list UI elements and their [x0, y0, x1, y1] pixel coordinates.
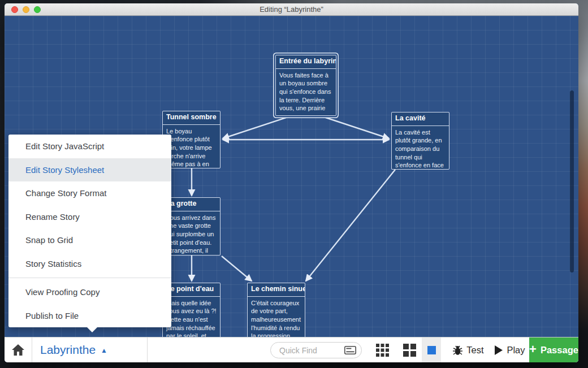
passage-title: La grotte — [163, 198, 220, 211]
passage-excerpt: Le boyau s'enfonce plutôt loin, votre la… — [163, 125, 220, 168]
story-menu-popover: Edit Story JavaScriptEdit Story Styleshe… — [8, 135, 171, 327]
grid-9-icon — [376, 344, 389, 357]
play-icon — [495, 345, 503, 355]
new-passage-label: Passage — [541, 345, 578, 356]
menu-item-change-story-format[interactable]: Change Story Format — [8, 181, 171, 205]
menu-item-snap-to-grid[interactable]: Snap to Grid — [8, 228, 171, 252]
blue-square-icon — [427, 346, 436, 354]
window-titlebar: Editing “Labyrinthe” — [5, 3, 578, 16]
passage-title: La cavité — [392, 112, 449, 126]
close-window-button[interactable] — [11, 6, 18, 13]
passage-excerpt: C'était courageux de votre part, malheur… — [248, 297, 305, 337]
keyboard-icon — [344, 346, 356, 354]
passage-title: Le point d'eau — [163, 283, 220, 297]
passage-card[interactable]: Le chemin sinueuxC'était courageux de vo… — [247, 283, 305, 337]
passage-link-line — [222, 256, 252, 281]
app-window: Editing “Labyrinthe” Entrée du labyrinth… — [5, 3, 578, 362]
menu-item-publish-to-file[interactable]: Publish to File — [8, 304, 171, 328]
passage-excerpt: Vous arrivez dans une vaste grotte qui s… — [163, 211, 220, 256]
passage-card[interactable]: Entrée du labyrintheVous faites face à u… — [275, 55, 336, 116]
passage-title: Le chemin sinueux — [248, 283, 305, 297]
passage-link-line — [306, 170, 395, 281]
passage-link-line — [223, 116, 291, 138]
menu-item-edit-story-stylesheet[interactable]: Edit Story Stylesheet — [8, 158, 171, 182]
menu-item-view-proofing-copy[interactable]: View Proofing Copy — [8, 280, 171, 304]
menu-item-rename-story[interactable]: Rename Story — [8, 205, 171, 229]
menu-tail — [87, 327, 98, 332]
play-button[interactable]: Play — [492, 337, 528, 362]
minimize-window-button[interactable] — [23, 6, 29, 13]
home-button[interactable] — [5, 337, 32, 362]
zoom-window-button[interactable] — [34, 6, 41, 13]
home-icon — [11, 344, 25, 356]
zoom-full-button-active[interactable] — [422, 337, 441, 362]
passage-card[interactable]: La cavitéLa cavité est plutôt grande, en… — [391, 112, 449, 170]
passage-excerpt: Mais quelle idée vous avez eu là ?! Cett… — [163, 297, 220, 337]
vertical-scrollbar-thumb[interactable] — [570, 90, 574, 272]
chevron-up-icon: ▲ — [101, 345, 107, 354]
story-title: Labyrinthe — [40, 343, 96, 357]
plus-icon: + — [529, 343, 537, 357]
zoom-medium-button[interactable] — [397, 337, 421, 362]
passage-excerpt: La cavité est plutôt grande, en comparai… — [392, 126, 449, 170]
play-label: Play — [507, 345, 525, 356]
traffic-lights — [11, 6, 41, 13]
window-title: Editing “Labyrinthe” — [260, 5, 323, 14]
quick-find-field — [270, 342, 362, 358]
desktop-wallpaper: Editing “Labyrinthe” Entrée du labyrinth… — [0, 0, 588, 368]
bottom-toolbar: Labyrinthe ▲ — [5, 337, 578, 362]
passage-link-line — [321, 116, 389, 138]
passage-excerpt: Vous faites face à un boyau sombre qui s… — [276, 69, 336, 116]
passage-title: Tunnel sombre — [163, 111, 220, 125]
new-passage-button[interactable]: + Passage — [529, 337, 578, 362]
grid-4-icon — [403, 344, 416, 357]
menu-item-edit-story-javascript[interactable]: Edit Story JavaScript — [8, 135, 171, 158]
test-label: Test — [466, 345, 483, 356]
test-button[interactable]: Test — [446, 337, 491, 362]
bug-icon — [452, 344, 463, 356]
menu-divider — [8, 278, 171, 278]
menu-item-story-statistics[interactable]: Story Statistics — [8, 252, 171, 276]
passage-title: Entrée du labyrinthe — [276, 55, 336, 69]
zoom-small-button[interactable] — [370, 337, 394, 362]
quick-find-input[interactable] — [278, 345, 344, 356]
story-menu-button[interactable]: Labyrinthe ▲ — [32, 337, 148, 362]
